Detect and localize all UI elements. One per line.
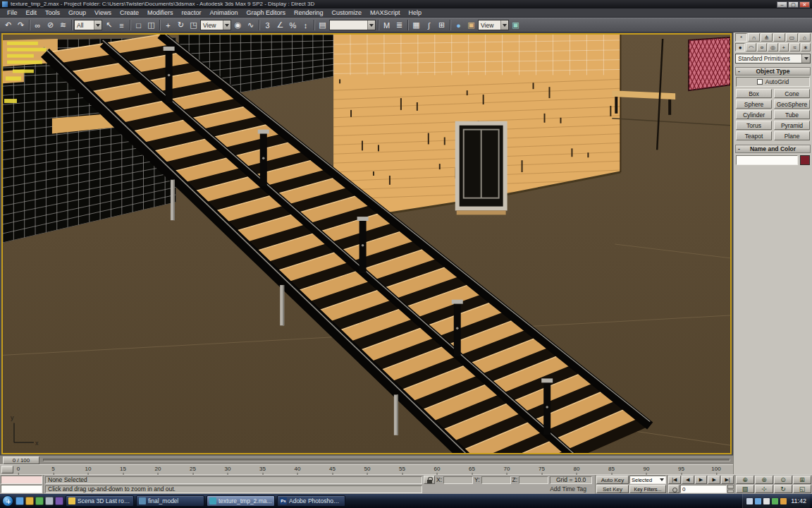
select-object-icon[interactable]: ↖	[103, 19, 115, 31]
mirror-icon[interactable]: M	[381, 19, 393, 31]
align-icon[interactable]: ≣	[393, 19, 405, 31]
key-mode-dropdown[interactable]: Selected	[629, 476, 666, 484]
menu-rendering[interactable]: Rendering	[290, 9, 328, 16]
tray-icon-5[interactable]	[780, 498, 787, 504]
maxscript-mini-listener[interactable]	[0, 475, 44, 494]
render-type-dropdown[interactable]: View	[478, 20, 509, 30]
select-and-move-icon[interactable]: +	[162, 19, 174, 31]
select-and-link-icon[interactable]: ∞	[32, 19, 44, 31]
chevron-down-icon[interactable]	[223, 20, 230, 30]
quick-launch-icon-3[interactable]	[35, 497, 44, 505]
button-pyramid[interactable]: Pyramid	[774, 121, 810, 130]
zoom-all-icon[interactable]: ⊛	[755, 476, 773, 484]
named-selection-sets-icon[interactable]: ▤	[316, 19, 328, 31]
modify-tab[interactable]: ∩	[748, 33, 760, 42]
space-warps-subtab[interactable]: ≈	[789, 43, 799, 52]
quick-launch-icon-4[interactable]	[45, 497, 54, 505]
curve-editor-icon[interactable]: ∫	[423, 19, 435, 31]
quick-render-icon[interactable]: ▣	[510, 19, 522, 31]
menu-help[interactable]: Help	[405, 9, 426, 16]
create-tab[interactable]: *	[735, 33, 747, 42]
rectangular-selection-region-icon[interactable]: □	[133, 19, 144, 31]
zoom-region-icon[interactable]: ▧	[736, 485, 754, 493]
zoom-icon[interactable]: ⊕	[736, 476, 754, 484]
chevron-down-icon[interactable]	[500, 20, 508, 30]
object-type-rollout-header[interactable]: - Object Type	[735, 67, 811, 75]
quick-launch-icon-1[interactable]	[16, 497, 24, 505]
layer-manager-icon[interactable]: ▦	[410, 19, 422, 31]
named-selection-dropdown[interactable]	[329, 20, 376, 30]
task-texture-tmp-2-ma[interactable]: texture_tmp_2.ma...	[207, 495, 275, 507]
menu-edit[interactable]: Edit	[22, 9, 42, 16]
tray-icon-3[interactable]	[763, 498, 770, 504]
button-geosphere[interactable]: GeoSphere	[774, 99, 810, 109]
play-button[interactable]: ▶	[695, 476, 708, 484]
geometry-subtab[interactable]: ●	[735, 43, 745, 52]
minimize-button[interactable]: –	[777, 1, 787, 8]
snap-toggle-3d-icon[interactable]: 3	[262, 19, 273, 31]
material-editor-icon[interactable]: ●	[453, 19, 465, 31]
angle-snap-icon[interactable]: ∠	[274, 19, 286, 31]
selection-filter-dropdown[interactable]: All	[74, 20, 102, 30]
object-color-swatch[interactable]	[800, 155, 810, 165]
zoom-extents-all-icon[interactable]: ⊞	[793, 476, 811, 484]
chevron-down-icon[interactable]	[367, 20, 375, 30]
menu-group[interactable]: Group	[64, 9, 90, 16]
motion-tab[interactable]: ◔	[773, 33, 785, 42]
taskbar-clock[interactable]: 11:42	[789, 497, 806, 504]
redo-icon[interactable]: ↷	[15, 19, 27, 31]
menu-create[interactable]: Create	[116, 9, 143, 16]
menu-file[interactable]: File	[3, 9, 22, 16]
previous-frame-button[interactable]: ◀	[682, 476, 694, 484]
go-to-end-button[interactable]: ▶|	[721, 476, 734, 484]
track-bar[interactable]: 0510152025303540455055606570758085909510…	[0, 464, 733, 474]
menu-reactor[interactable]: reactor	[177, 9, 205, 16]
next-frame-button[interactable]: ▶	[708, 476, 720, 484]
task-final-model[interactable]: final_model	[136, 495, 204, 507]
lights-subtab[interactable]: ¤	[757, 43, 767, 52]
frame-spinner[interactable]	[727, 485, 734, 493]
arc-rotate-icon[interactable]: ↻	[774, 485, 792, 493]
viewport-perspective[interactable]: x y	[1, 33, 732, 454]
menu-modifiers[interactable]: Modifiers	[143, 9, 178, 16]
shapes-subtab[interactable]: ◠	[746, 43, 756, 52]
mini-curve-editor-button[interactable]	[1, 466, 13, 473]
task-scena-3d-last-road-t[interactable]: Scena 3D Last road t...	[66, 495, 134, 507]
chevron-down-icon[interactable]	[801, 54, 810, 63]
pan-icon[interactable]: ⊹	[755, 485, 773, 493]
cameras-subtab[interactable]: ◎	[768, 43, 777, 52]
set-key-button[interactable]: Set Key	[596, 485, 629, 493]
task-adobe-photoshop-c[interactable]: PsAdobe Photoshop C...	[277, 495, 345, 507]
maximize-button[interactable]: ▢	[788, 1, 799, 8]
autogrid-checkbox[interactable]	[757, 79, 763, 85]
helpers-subtab[interactable]: +	[779, 43, 789, 52]
x-coordinate-field[interactable]	[443, 476, 473, 484]
min-max-toggle-icon[interactable]: ◱	[793, 485, 811, 493]
menu-tools[interactable]: Tools	[41, 9, 64, 16]
primitive-category-dropdown[interactable]: Standard Primitives	[735, 54, 811, 64]
zoom-extents-icon[interactable]: ⊙	[774, 476, 792, 484]
button-cylinder[interactable]: Cylinder	[736, 110, 772, 119]
select-and-rotate-icon[interactable]: ↻	[175, 19, 187, 31]
button-cone[interactable]: Cone	[774, 89, 810, 98]
current-frame-input[interactable]	[680, 485, 727, 493]
titlebar[interactable]: texture_tmp_2.max - Project Folder: C:\U…	[0, 0, 812, 8]
auto-key-button[interactable]: Auto Key	[596, 476, 629, 484]
start-button[interactable]	[2, 495, 13, 507]
go-to-start-button[interactable]: |◀	[668, 476, 681, 484]
spinner-snap-icon[interactable]: ↕	[300, 19, 312, 31]
schematic-view-icon[interactable]: ⊞	[436, 19, 448, 31]
display-tab[interactable]: ▭	[786, 33, 798, 42]
selection-lock-icon[interactable]	[424, 476, 435, 484]
object-name-input[interactable]	[736, 155, 798, 165]
menu-animation[interactable]: Animation	[205, 9, 242, 16]
undo-icon[interactable]: ↶	[2, 19, 14, 31]
y-coordinate-field[interactable]	[481, 476, 511, 484]
menu-graph-editors[interactable]: Graph Editors	[242, 9, 290, 16]
button-torus[interactable]: Torus	[736, 121, 772, 130]
time-slider-handle[interactable]: 0 / 100	[3, 456, 39, 464]
listener-macro-pane[interactable]	[1, 476, 42, 484]
time-slider-groove[interactable]	[43, 459, 730, 461]
percent-snap-icon[interactable]: %	[287, 19, 299, 31]
time-slider[interactable]: 0 / 100	[0, 455, 733, 464]
